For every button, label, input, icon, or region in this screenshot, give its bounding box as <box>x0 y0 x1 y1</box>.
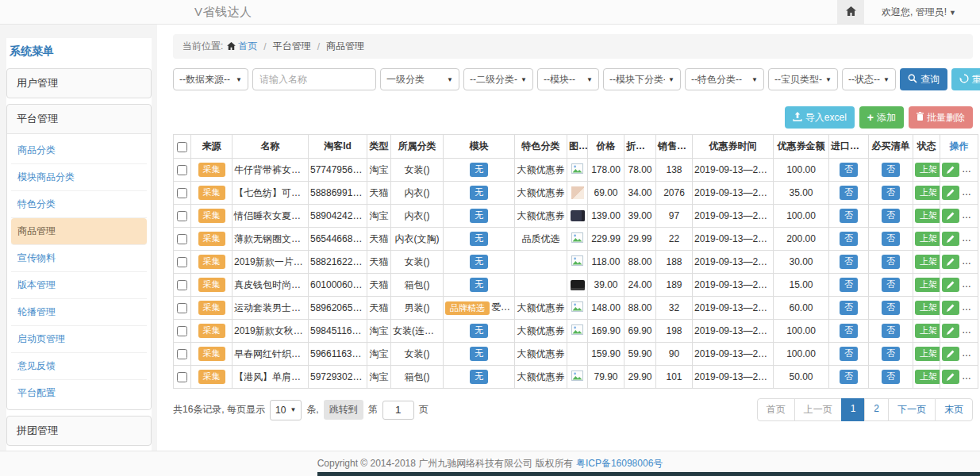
edit-button[interactable] <box>942 163 959 177</box>
page-button-下一页[interactable]: 下一页 <box>888 398 936 421</box>
import-select-badge[interactable]: 否 <box>840 347 858 360</box>
status-badge[interactable]: 上架 <box>915 209 940 222</box>
coupon-amount-cell: 100.00 <box>774 343 829 366</box>
import-select-badge[interactable]: 否 <box>840 209 858 222</box>
reset-button[interactable]: 重置 <box>951 68 980 90</box>
page-number-input[interactable] <box>382 401 414 420</box>
must-buy-badge[interactable]: 否 <box>882 370 900 383</box>
row-checkbox[interactable] <box>177 211 187 221</box>
icp-link[interactable]: 粤ICP备16098006号 <box>576 457 663 470</box>
row-checkbox[interactable] <box>177 188 187 198</box>
status-badge[interactable]: 上架 <box>915 347 940 360</box>
must-buy-badge[interactable]: 否 <box>882 301 900 314</box>
edit-button[interactable] <box>942 186 959 200</box>
must-buy-badge[interactable]: 否 <box>882 324 900 337</box>
must-buy-badge[interactable]: 否 <box>882 278 900 291</box>
row-checkbox[interactable] <box>177 165 187 175</box>
status-badge[interactable]: 上架 <box>915 324 940 337</box>
edit-button[interactable] <box>942 370 959 384</box>
edit-button[interactable] <box>942 232 959 246</box>
import-select-badge[interactable]: 否 <box>840 301 858 314</box>
edit-button[interactable] <box>942 347 959 361</box>
sidebar-group-平台管理[interactable]: 平台管理 <box>7 105 151 133</box>
must-buy-badge[interactable]: 否 <box>882 209 900 222</box>
import-select-badge[interactable]: 否 <box>840 278 858 291</box>
import-select-badge[interactable]: 否 <box>840 186 858 199</box>
add-button[interactable]: + 添加 <box>859 106 904 129</box>
import-select-badge[interactable]: 否 <box>840 370 858 383</box>
sidebar-item-商品管理[interactable]: 商品管理 <box>11 218 147 245</box>
sidebar-group-拼团管理[interactable]: 拼团管理 <box>7 416 151 445</box>
edit-button[interactable] <box>942 324 959 338</box>
page-button-首页[interactable]: 首页 <box>757 398 795 421</box>
import-select-badge[interactable]: 否 <box>840 232 858 245</box>
chevron-down-icon: ▼ <box>949 9 956 17</box>
row-checkbox[interactable] <box>177 234 187 244</box>
import-select-badge[interactable]: 否 <box>840 163 858 176</box>
status-badge[interactable]: 上架 <box>915 301 940 314</box>
sidebar-item-模块商品分类[interactable]: 模块商品分类 <box>11 164 147 191</box>
page-button-2[interactable]: 2 <box>864 398 889 421</box>
must-buy-badge[interactable]: 否 <box>882 186 900 199</box>
sidebar-group-用户管理[interactable]: 用户管理 <box>7 69 151 98</box>
row-checkbox[interactable] <box>177 372 187 382</box>
must-buy-badge[interactable]: 否 <box>882 163 900 176</box>
must-buy-badge[interactable]: 否 <box>882 347 900 360</box>
discount-price-cell: 88.00 <box>625 251 656 274</box>
import-select-badge[interactable]: 否 <box>840 324 858 337</box>
import-excel-button[interactable]: 导入excel <box>785 106 855 129</box>
filter-select-module[interactable]: --模块--▼ <box>537 68 599 90</box>
name-search-input[interactable] <box>252 68 376 90</box>
row-checkbox[interactable] <box>177 303 187 313</box>
filter-select-level1-category[interactable]: 一级分类▼ <box>380 68 459 90</box>
row-checkbox[interactable] <box>177 349 187 359</box>
pencil-icon <box>947 327 955 335</box>
sales-cell: 97 <box>656 205 693 228</box>
sidebar-item-启动页管理[interactable]: 启动页管理 <box>11 326 147 353</box>
must-buy-badge[interactable]: 否 <box>882 255 900 268</box>
search-button-label: 查询 <box>920 73 940 86</box>
filter-select-item-type[interactable]: --宝贝类型--▼ <box>768 68 838 90</box>
sidebar-item-意见反馈[interactable]: 意见反馈 <box>11 353 147 380</box>
sidebar-item-宣传物料[interactable]: 宣传物料 <box>11 245 147 272</box>
status-cell: 上架 <box>913 159 940 182</box>
sidebar-item-轮播管理[interactable]: 轮播管理 <box>11 299 147 326</box>
bulk-delete-button[interactable]: 批量删除 <box>909 106 973 129</box>
edit-button[interactable] <box>942 301 959 315</box>
row-checkbox[interactable] <box>177 280 187 290</box>
must-buy-badge[interactable]: 否 <box>882 232 900 245</box>
search-button[interactable]: 查询 <box>900 68 947 90</box>
status-badge[interactable]: 上架 <box>915 255 940 268</box>
page-button-末页[interactable]: 末页 <box>935 398 973 421</box>
sidebar-item-商品分类[interactable]: 商品分类 <box>11 137 147 164</box>
status-badge[interactable]: 上架 <box>915 163 940 176</box>
import-select-badge[interactable]: 否 <box>840 255 858 268</box>
sidebar-item-版本管理[interactable]: 版本管理 <box>11 272 147 299</box>
feature-category-cell: 大额优惠券 <box>515 320 567 343</box>
filter-select-data-source[interactable]: --数据来源--▼ <box>173 68 248 90</box>
status-badge[interactable]: 上架 <box>915 232 940 245</box>
home-button[interactable] <box>837 0 864 24</box>
filter-select-feature-category[interactable]: --特色分类--▼ <box>685 68 764 90</box>
page-button-上一页[interactable]: 上一页 <box>794 398 842 421</box>
status-badge[interactable]: 上架 <box>915 278 940 291</box>
sidebar-item-平台配置[interactable]: 平台配置 <box>11 380 147 406</box>
user-menu[interactable]: 欢迎您, 管理员!▼ <box>882 6 956 19</box>
select-all-checkbox[interactable] <box>177 142 187 152</box>
sidebar-item-特色分类[interactable]: 特色分类 <box>11 191 147 218</box>
jump-to-button[interactable]: 跳转到 <box>324 400 363 420</box>
breadcrumb-home-link[interactable]: 首页 <box>227 40 257 53</box>
edit-button[interactable] <box>942 278 959 292</box>
row-checkbox[interactable] <box>177 257 187 267</box>
filter-select-module-subcategory[interactable]: --模块下分类--▼ <box>603 68 681 90</box>
status-badge[interactable]: 上架 <box>915 186 940 199</box>
status-badge[interactable]: 上架 <box>915 370 940 383</box>
edit-button[interactable] <box>942 209 959 223</box>
edit-button[interactable] <box>942 255 959 269</box>
reset-button-label: 重置 <box>972 73 980 86</box>
filter-select-status[interactable]: --状态--▼ <box>842 68 896 90</box>
page-size-select[interactable]: 10 ▼ <box>270 400 302 420</box>
filter-select-level2-category[interactable]: --二级分类--▼ <box>463 68 533 90</box>
page-button-1[interactable]: 1 <box>841 398 866 421</box>
row-checkbox[interactable] <box>177 326 187 336</box>
